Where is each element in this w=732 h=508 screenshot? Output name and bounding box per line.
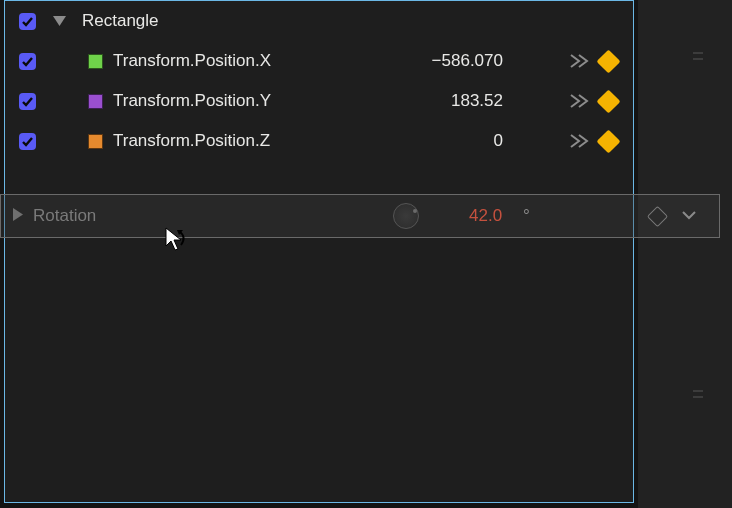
disclosure-triangle-down-icon[interactable] [36,16,82,27]
property-label: Transform.Position.Z [113,131,270,151]
layer-name: Rectangle [82,11,159,31]
keyframe-controls [570,133,617,150]
checkbox-icon[interactable] [19,133,36,150]
property-value[interactable]: 0 [494,131,503,151]
checkbox-icon[interactable] [19,53,36,70]
disclosure-triangle-right-icon[interactable] [13,206,23,226]
properties-panel: Rectangle Transform.Position.X −586.070 … [4,0,634,503]
go-to-keyframe-icon[interactable] [570,53,592,69]
svg-marker-0 [53,16,66,26]
property-value[interactable]: −586.070 [432,51,503,71]
unit-label: ° [523,206,530,226]
timeline-tick [693,58,703,60]
rotation-dial-icon[interactable] [393,203,419,229]
checkbox-icon[interactable] [19,93,36,110]
property-row[interactable]: Transform.Position.Y 183.52 [5,81,633,121]
keyframe-outline-icon[interactable] [647,205,668,226]
checkbox-icon[interactable] [19,13,36,30]
keyframe-icon[interactable] [596,129,620,153]
drag-cursor-icon [163,227,187,253]
drag-property-value[interactable]: 42.0 [469,206,502,226]
property-label: Transform.Position.X [113,51,271,71]
color-swatch [88,94,103,109]
property-row[interactable]: Transform.Position.Z 0 [5,121,633,161]
dragged-property-row[interactable]: Rotation 42.0 ° [0,194,720,238]
keyframe-icon[interactable] [596,89,620,113]
property-value[interactable]: 183.52 [451,91,503,111]
timeline-strip [638,0,732,508]
color-swatch [88,134,103,149]
keyframe-controls [570,93,617,110]
drag-property-label: Rotation [33,206,96,226]
property-row[interactable]: Transform.Position.X −586.070 [5,41,633,81]
svg-marker-1 [13,208,23,221]
go-to-keyframe-icon[interactable] [570,133,592,149]
property-label: Transform.Position.Y [113,91,271,111]
timeline-tick [693,396,703,398]
keyframe-controls [570,53,617,70]
chevron-down-icon[interactable] [681,206,697,226]
go-to-keyframe-icon[interactable] [570,93,592,109]
color-swatch [88,54,103,69]
keyframe-icon[interactable] [596,49,620,73]
layer-header-row[interactable]: Rectangle [5,1,633,41]
